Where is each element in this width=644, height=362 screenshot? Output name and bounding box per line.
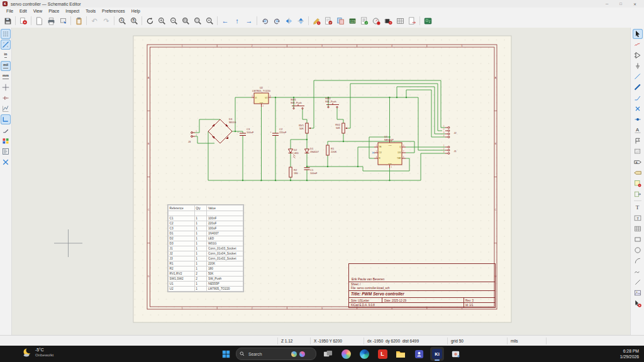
- no-connect-icon[interactable]: [633, 104, 643, 114]
- text-box-icon[interactable]: T: [633, 213, 643, 223]
- taskbar-clock[interactable]: 6:28 PM 1/29/2026: [620, 348, 639, 359]
- place-symbol-icon[interactable]: [633, 50, 643, 60]
- save-icon[interactable]: [2, 15, 13, 26]
- zoom-objects-icon[interactable]: [192, 15, 203, 26]
- edge-button[interactable]: [357, 347, 371, 361]
- menu-preferences[interactable]: Preferences: [99, 9, 128, 13]
- copilot-button[interactable]: [339, 347, 353, 361]
- junction-icon[interactable]: [633, 114, 643, 124]
- close-button[interactable]: ✕: [633, 2, 636, 6]
- bill-of-materials-icon[interactable]: [358, 15, 370, 26]
- circle-tool-icon[interactable]: [633, 245, 643, 255]
- netclass-directive-icon[interactable]: [633, 136, 643, 146]
- table-tool-icon[interactable]: [633, 224, 643, 234]
- text-tool-icon[interactable]: T: [633, 202, 643, 212]
- delete-tool-icon[interactable]: [633, 299, 643, 309]
- line-tool-icon[interactable]: [633, 277, 643, 287]
- search-highlight-icon-2[interactable]: [299, 351, 305, 357]
- draw-wire-icon[interactable]: [633, 72, 643, 82]
- cross-probe-icon[interactable]: [1, 157, 11, 167]
- angle45-wires-icon[interactable]: [1, 125, 11, 135]
- schematic-setup-icon[interactable]: [18, 15, 29, 26]
- zoom-in-icon[interactable]: [156, 15, 167, 26]
- unit-mm-icon[interactable]: mm: [1, 72, 11, 82]
- menu-view[interactable]: View: [30, 9, 46, 13]
- zoom-fit-icon[interactable]: [180, 15, 191, 26]
- menu-help[interactable]: Help: [128, 9, 143, 13]
- title-block[interactable]: Erik Paula van Beveren Sheet: / File: se…: [348, 263, 496, 308]
- arc-tool-icon[interactable]: [633, 256, 643, 266]
- select-tool-icon[interactable]: [633, 29, 643, 39]
- table-editor-icon[interactable]: [394, 15, 406, 26]
- export-netlist-icon[interactable]: [406, 15, 418, 26]
- search-highlight-icon-1[interactable]: [291, 351, 297, 357]
- menu-inspect[interactable]: Inspect: [62, 9, 82, 13]
- show-grid-icon[interactable]: [1, 29, 11, 39]
- schematic-canvas[interactable]: 12345 12345 ABCD ABCD: [12, 28, 630, 335]
- navigate-forward-icon[interactable]: →: [243, 15, 255, 26]
- navigate-up-icon[interactable]: ↑: [231, 15, 243, 26]
- bezier-tool-icon[interactable]: [633, 266, 643, 277]
- refresh-icon[interactable]: [144, 15, 155, 26]
- rule-area-icon[interactable]: [633, 146, 643, 156]
- plot-icon[interactable]: [57, 15, 69, 26]
- wire-to-bus-entry-icon[interactable]: [633, 93, 643, 103]
- bom-table[interactable]: Reference Qty Value C11100nFC21220uFC311…: [167, 204, 244, 292]
- mirror-horizontal-icon[interactable]: [283, 15, 294, 26]
- hierarchy-navigator-icon[interactable]: [1, 146, 11, 156]
- zoom-out-icon[interactable]: [168, 15, 179, 26]
- find-replace-icon[interactable]: B: [128, 15, 140, 26]
- ltspice-button[interactable]: L: [375, 347, 389, 361]
- kicad-taskbar-button[interactable]: Ki: [430, 347, 444, 361]
- menu-file[interactable]: File: [3, 9, 16, 13]
- menu-tools[interactable]: Tools: [82, 9, 99, 13]
- color-highlight-icon[interactable]: [1, 136, 11, 146]
- undo-icon[interactable]: ↶: [89, 15, 100, 26]
- navigate-back-icon[interactable]: ←: [219, 15, 231, 26]
- grid-overrides-icon[interactable]: [1, 40, 11, 50]
- menu-place[interactable]: Place: [45, 9, 62, 13]
- rotate-ccw-icon[interactable]: [259, 15, 270, 26]
- assign-footprints-icon[interactable]: [382, 15, 394, 26]
- new-schematic-icon[interactable]: [33, 15, 45, 26]
- free-angle-wires-icon[interactable]: [1, 104, 11, 114]
- open-pcb-editor-icon[interactable]: [422, 15, 433, 26]
- global-label-icon[interactable]: A: [633, 157, 643, 167]
- highlight-net-icon[interactable]: [633, 40, 643, 50]
- net-inspector-icon[interactable]: [370, 15, 382, 26]
- net-label-icon[interactable]: A: [633, 125, 643, 135]
- schematic-drawing[interactable]: 12345 12345 ABCD ABCD: [12, 28, 631, 335]
- zoom-selection-icon[interactable]: [204, 15, 215, 26]
- search-input[interactable]: [247, 351, 289, 357]
- hierarchical-label-icon[interactable]: [633, 168, 643, 178]
- mirror-vertical-icon[interactable]: [295, 15, 306, 26]
- redo-icon[interactable]: ↷: [101, 15, 112, 26]
- draw-bus-icon[interactable]: [633, 82, 643, 92]
- unit-mils-icon[interactable]: mil: [1, 61, 11, 71]
- hidden-pins-icon[interactable]: [1, 93, 11, 103]
- task-view-button[interactable]: [321, 347, 335, 361]
- full-crosshair-icon[interactable]: [1, 82, 11, 92]
- hv-wires-icon[interactable]: [1, 114, 11, 124]
- screenshot-tool-button[interactable]: [448, 347, 462, 361]
- place-power-port-icon[interactable]: [633, 61, 643, 71]
- simulator-icon[interactable]: [335, 15, 346, 26]
- image-tool-icon[interactable]: [633, 288, 643, 298]
- print-icon[interactable]: [45, 15, 57, 26]
- start-button[interactable]: [220, 348, 231, 359]
- taskbar-search[interactable]: [236, 348, 316, 360]
- taskbar-weather-widget[interactable]: -5°C Onbewolkt: [23, 348, 53, 358]
- paste-icon[interactable]: [73, 15, 84, 26]
- symbol-fields-table-icon[interactable]: 123: [347, 15, 358, 26]
- maximize-button[interactable]: □: [619, 2, 622, 6]
- rectangle-tool-icon[interactable]: [633, 234, 643, 244]
- teams-button[interactable]: [412, 347, 426, 361]
- unit-inches-icon[interactable]: in: [1, 50, 11, 60]
- annotate-icon[interactable]: [311, 15, 322, 26]
- hierarchical-sheet-icon[interactable]: [633, 178, 643, 189]
- sheet-pin-icon[interactable]: [633, 189, 643, 199]
- file-explorer-button[interactable]: [394, 347, 408, 361]
- find-icon[interactable]: A: [116, 15, 128, 26]
- rotate-cw-icon[interactable]: [271, 15, 282, 26]
- run-erc-icon[interactable]: [323, 15, 334, 26]
